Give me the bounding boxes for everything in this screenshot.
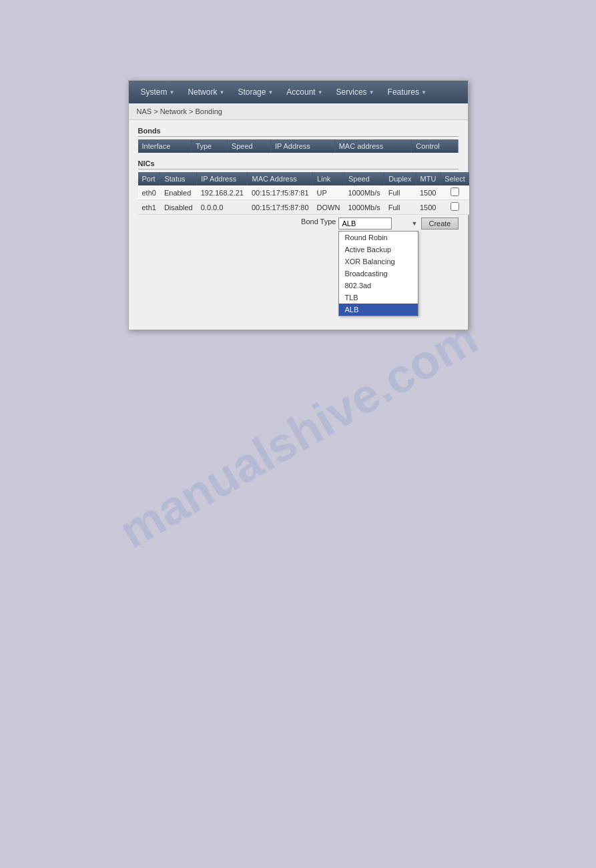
bonds-table-header-row: Interface Type Speed IP Address MAC addr…: [138, 139, 459, 153]
dropdown-option-alb[interactable]: ALB: [339, 304, 418, 316]
nics-section: NICs Port Status IP Address MAC Address …: [138, 159, 459, 316]
nics-port: eth0: [138, 185, 160, 200]
nics-mac: 00:15:17:f5:87:80: [248, 200, 313, 215]
nics-col-mac: MAC Address: [248, 172, 313, 185]
nics-select-cell: [440, 200, 469, 215]
dropdown-option-802-3ad[interactable]: 802.3ad: [339, 280, 418, 292]
nav-system-chevron: ▼: [170, 89, 175, 95]
nics-col-status: Status: [160, 172, 197, 185]
nics-mtu: 1500: [416, 200, 440, 215]
nics-table-row: eth0 Enabled 192.168.2.21 00:15:17:f5:87…: [138, 185, 469, 200]
nics-col-speed: Speed: [344, 172, 384, 185]
nics-select-cell: [440, 185, 469, 200]
select-arrow-icon: ▼: [412, 220, 418, 227]
nics-duplex: Full: [384, 200, 416, 215]
nics-col-duplex: Duplex: [384, 172, 416, 185]
nics-col-ip: IP Address: [197, 172, 248, 185]
nics-port: eth1: [138, 200, 160, 215]
bond-type-row: Bond Type Round RobinActive BackupXOR Ba…: [138, 215, 459, 316]
nav-features-label: Features: [388, 87, 419, 97]
nav-account-label: Account: [286, 87, 315, 97]
bond-type-select[interactable]: Round RobinActive BackupXOR BalancingBro…: [338, 218, 392, 230]
nav-services-label: Services: [336, 87, 367, 97]
bonds-col-mac: MAC address: [334, 139, 412, 153]
nics-select-checkbox[interactable]: [451, 202, 459, 211]
nics-status: Disabled: [160, 200, 197, 215]
nics-col-select: Select: [440, 172, 469, 185]
dropdown-option-broadcasting[interactable]: Broadcasting: [339, 268, 418, 280]
nav-item-storage[interactable]: Storage ▼: [232, 85, 278, 99]
nics-table: Port Status IP Address MAC Address Link …: [138, 172, 469, 215]
nav-network-label: Network: [188, 87, 217, 97]
nics-col-mtu: MTU: [416, 172, 440, 185]
nav-features-chevron: ▼: [421, 89, 426, 95]
nics-section-header: NICs: [138, 159, 459, 169]
nics-speed: 1000Mb/s: [344, 200, 384, 215]
bond-type-select-wrapper: Round RobinActive BackupXOR BalancingBro…: [338, 218, 418, 230]
nics-duplex: Full: [384, 185, 416, 200]
nics-select-checkbox[interactable]: [451, 187, 459, 196]
nav-network-chevron: ▼: [219, 89, 224, 95]
nics-ip: 0.0.0.0: [197, 200, 248, 215]
breadcrumb: NAS > Network > Bonding: [129, 103, 468, 120]
nav-system-label: System: [141, 87, 168, 97]
bonds-section: Bonds Interface Type Speed IP Address MA…: [138, 127, 459, 153]
nics-col-port: Port: [138, 172, 160, 185]
nav-storage-chevron: ▼: [268, 89, 273, 95]
dropdown-option-xor-balancing[interactable]: XOR Balancing: [339, 256, 418, 268]
nics-ip: 192.168.2.21: [197, 185, 248, 200]
breadcrumb-text: NAS > Network > Bonding: [137, 107, 222, 115]
nics-table-row: eth1 Disabled 0.0.0.0 00:15:17:f5:87:80 …: [138, 200, 469, 215]
bond-type-dropdown[interactable]: Round RobinActive BackupXOR BalancingBro…: [338, 231, 418, 316]
nav-item-features[interactable]: Features ▼: [382, 85, 432, 99]
nics-mac: 00:15:17:f5:87:81: [248, 185, 313, 200]
nav-bar: System ▼ Network ▼ Storage ▼ Account ▼ S…: [129, 81, 468, 103]
nav-item-account[interactable]: Account ▼: [281, 85, 328, 99]
bond-type-label: Bond Type: [301, 218, 336, 226]
nics-table-header-row: Port Status IP Address MAC Address Link …: [138, 172, 469, 185]
create-button[interactable]: Create: [421, 218, 458, 230]
content-area: Bonds Interface Type Speed IP Address MA…: [129, 120, 468, 330]
bonds-col-interface: Interface: [138, 139, 192, 153]
app-window: System ▼ Network ▼ Storage ▼ Account ▼ S…: [128, 80, 469, 330]
nics-link: DOWN: [313, 200, 344, 215]
nav-item-services[interactable]: Services ▼: [331, 85, 380, 99]
bonds-col-type: Type: [192, 139, 228, 153]
bonds-col-ip: IP Address: [270, 139, 334, 153]
bonds-table: Interface Type Speed IP Address MAC addr…: [138, 139, 459, 153]
bond-type-container: Round RobinActive BackupXOR BalancingBro…: [338, 218, 418, 316]
bonds-col-control: Control: [412, 139, 459, 153]
dropdown-option-round-robin[interactable]: Round Robin: [339, 232, 418, 244]
nav-services-chevron: ▼: [369, 89, 374, 95]
dropdown-option-active-backup[interactable]: Active Backup: [339, 244, 418, 256]
bonds-col-speed: Speed: [227, 139, 270, 153]
nics-status: Enabled: [160, 185, 197, 200]
nav-storage-label: Storage: [238, 87, 266, 97]
bonds-section-header: Bonds: [138, 127, 459, 137]
nav-item-system[interactable]: System ▼: [135, 85, 180, 99]
watermark: manualshive.com: [109, 310, 486, 558]
nics-speed: 1000Mb/s: [344, 185, 384, 200]
nics-mtu: 1500: [416, 185, 440, 200]
nics-col-link: Link: [313, 172, 344, 185]
nav-item-network[interactable]: Network ▼: [182, 85, 230, 99]
nav-account-chevron: ▼: [318, 89, 323, 95]
nics-link: UP: [313, 185, 344, 200]
dropdown-option-tlb[interactable]: TLB: [339, 292, 418, 304]
